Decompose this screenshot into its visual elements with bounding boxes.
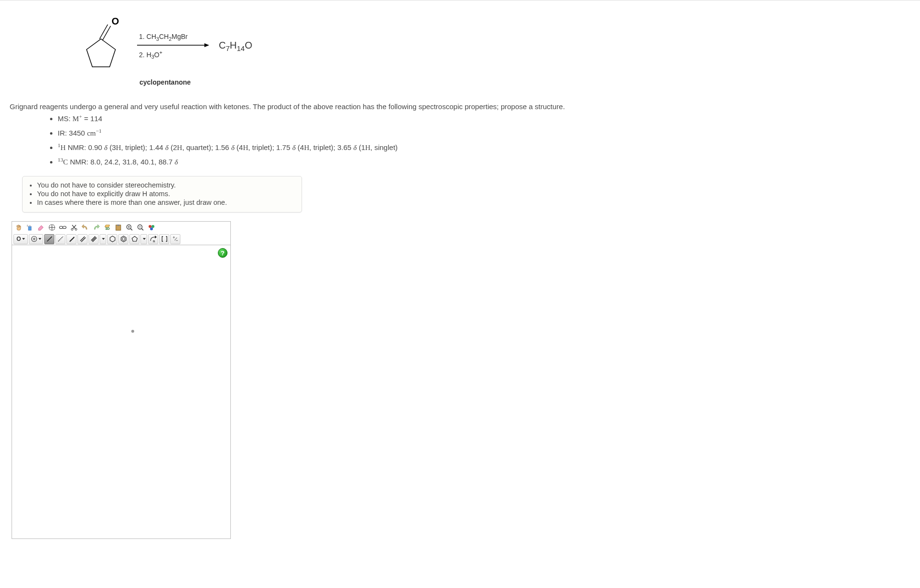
zoom-in-icon[interactable] [124,223,134,233]
toolbar-row-1: 3D [12,222,230,233]
svg-line-24 [130,229,132,231]
chain-tool-icon[interactable] [58,223,68,233]
svg-text:n: n [153,239,155,243]
color-atoms-icon[interactable] [146,223,156,233]
plus-minus-tool-icon[interactable]: +− [170,234,180,244]
drawing-canvas[interactable]: ? [12,245,231,539]
svg-point-8 [27,225,27,225]
triple-bond-tool[interactable] [88,234,99,244]
svg-marker-48 [155,236,157,238]
reaction-arrow-block: 1. CH3CH2MgBr 2. H3O+ [137,33,209,60]
svg-point-31 [151,225,154,228]
single-bond-tool[interactable] [44,234,54,244]
svg-point-9 [27,225,28,226]
instruction-box: You do not have to consider stereochemis… [22,176,302,213]
svg-text:3D: 3D [105,227,110,230]
wedge-bond-tool[interactable] [66,234,76,244]
zoom-out-icon[interactable] [135,223,145,233]
reactant-name: cyclopentanone [139,78,910,86]
svg-line-1 [100,25,108,39]
reagent-line-1: 1. CH3CH2MgBr [139,33,188,43]
question-text: Grignard reagents undergo a general and … [10,102,910,111]
paste-icon[interactable] [113,223,123,233]
svg-rect-6 [28,226,31,230]
curved-arrow-tool-icon[interactable]: n [148,234,158,244]
element-selected-label: O [16,236,21,242]
toolbar-row-2: O [12,233,230,245]
product-formula: C7H14O [219,40,252,52]
svg-point-32 [150,227,153,230]
reaction-arrow [137,43,209,48]
cyclopentane-tool-icon[interactable] [129,234,139,244]
spec-ir: IR: 3450 cm−1 [58,128,910,138]
hand-tool-icon[interactable] [13,223,24,233]
spec-hnmr: 1H NMR: 0.90 δ (3H, triplet); 1.44 δ (2H… [58,142,910,152]
spec-ms: MS: M+ = 114 [58,113,910,123]
dashed-bond-tool[interactable] [55,234,65,244]
svg-point-15 [63,226,66,229]
reactant-structure-svg: O [77,15,125,77]
svg-point-30 [149,225,151,228]
svg-marker-5 [204,43,209,47]
double-bond-tool[interactable] [77,234,88,244]
svg-text:O: O [112,16,119,26]
reaction-row: O 1. CH3CH2MgBr 2. H3O+ C7H14O [77,15,910,77]
svg-marker-45 [121,236,126,242]
bracket-tool-icon[interactable] [159,234,169,244]
element-dropdown[interactable]: O [13,234,28,244]
bond-more-dropdown[interactable] [100,234,106,244]
eraser-tool-icon[interactable] [36,223,46,233]
svg-text:+: + [173,235,175,240]
svg-line-36 [47,237,52,241]
ring-more-dropdown[interactable] [140,234,147,244]
reaction-scheme: O 1. CH3CH2MgBr 2. H3O+ C7H14O [77,15,910,86]
view3d-icon[interactable]: 3D [102,223,112,233]
benzene-tool-icon[interactable] [118,234,128,244]
reagent-line-2: 2. H3O+ [139,48,163,60]
svg-marker-47 [132,237,137,242]
spray-tool-icon[interactable] [25,223,35,233]
svg-line-2 [102,26,111,40]
instruction-item: In cases where there is more than one an… [37,199,295,206]
redo-icon[interactable] [91,223,101,233]
cut-tool-icon[interactable] [69,223,79,233]
structure-editor: 3D O [12,221,231,539]
charge-dropdown[interactable] [29,234,43,244]
svg-point-10 [26,225,27,226]
svg-line-37 [58,237,63,241]
svg-line-28 [141,229,143,231]
spectroscopy-list: MS: M+ = 114 IR: 3450 cm−1 1H NMR: 0.90 … [10,113,910,166]
cyclohexane-tool-icon[interactable] [107,234,117,244]
svg-rect-22 [117,225,119,226]
instruction-item: You do not have to explicitly draw H ato… [37,190,295,198]
svg-marker-44 [110,236,114,242]
question-content: O 1. CH3CH2MgBr 2. H3O+ C7H14O [0,0,920,549]
svg-point-14 [60,226,63,229]
canvas-center-dot [131,330,134,333]
svg-marker-38 [69,237,75,242]
spec-cnmr: 13C NMR: 8.0, 24.2, 31.8, 40.1, 88.7 δ [58,157,910,166]
instruction-item: You do not have to consider stereochemis… [37,181,295,189]
undo-icon[interactable] [80,223,90,233]
svg-marker-0 [87,39,115,67]
mapping-tool-icon[interactable] [47,223,57,233]
help-button[interactable]: ? [218,248,227,258]
editor-toolbar: 3D O [12,221,231,245]
svg-rect-7 [29,225,30,226]
svg-point-46 [122,238,125,240]
